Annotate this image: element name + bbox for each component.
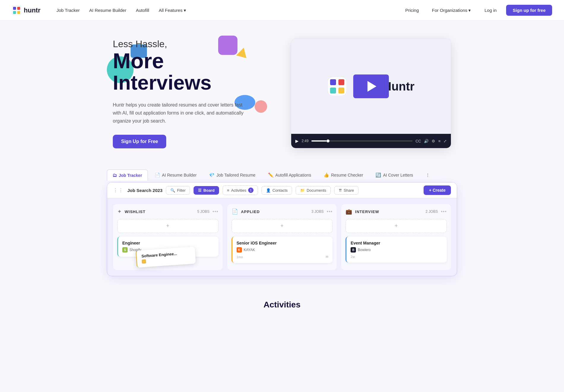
col-header-interview: 💼 INTERVIEW 2 JOBS •••	[346, 208, 447, 215]
navbar: huntr Job Tracker AI Resume Builder Auto…	[0, 0, 564, 21]
activities-button[interactable]: ≡ Activities 1	[223, 185, 258, 195]
chapters-icon[interactable]: ≡	[438, 139, 441, 143]
hero-right: Meet Huntr ▶ 2:49 CC 🔊 ⚙ ≡ ⤢	[291, 39, 451, 148]
video-progress-fill	[311, 140, 327, 142]
fullscreen-icon[interactable]: ⤢	[443, 139, 447, 143]
drag-handle-icon: ⋮⋮	[113, 188, 124, 193]
app-toolbar: ⋮⋮ Job Search 2023 🔍 Filter ☰ Board ≡ Ac…	[107, 182, 457, 198]
svg-rect-7	[338, 79, 344, 85]
logo[interactable]: huntr	[12, 6, 40, 15]
company-name-kayak: KAYAK	[244, 248, 255, 252]
tab-more[interactable]: ⋮	[420, 169, 435, 181]
interview-card-event-manager[interactable]: Event Manager B Bowlero 2w	[346, 237, 447, 263]
card-company-kayak: K KAYAK	[237, 247, 329, 253]
nav-ai-resume-builder[interactable]: AI Resume Builder	[85, 5, 131, 15]
nav-for-organizations[interactable]: For Organizations ▾	[428, 5, 475, 15]
nav-all-features[interactable]: All Features ▾	[155, 5, 190, 15]
tab-checker-label: Resume Checker	[331, 173, 363, 177]
card-title-engineer: Engineer	[122, 241, 214, 245]
kanban-col-wishlist: ✦ WISHLIST 5 JOBS ••• + Engineer S Shopi…	[113, 204, 223, 270]
tab-job-tailored-resume[interactable]: 💎 Job Tailored Resume	[203, 169, 261, 181]
wishlist-card-engineer[interactable]: Engineer S Shopify Software Enginee... ⚡	[117, 237, 218, 257]
applied-add-button[interactable]: +	[232, 219, 333, 233]
nav-autofill[interactable]: Autofill	[132, 5, 153, 15]
tab-job-tracker[interactable]: 🗂 Job Tracker	[107, 169, 148, 181]
svg-rect-3	[13, 11, 16, 14]
settings-icon[interactable]: ⚙	[432, 139, 435, 143]
wishlist-col-menu-icon[interactable]: •••	[213, 209, 218, 214]
video-main[interactable]: Meet Huntr	[291, 39, 451, 134]
nav-job-tracker[interactable]: Job Tracker	[52, 5, 84, 15]
more-tabs-icon: ⋮	[426, 173, 430, 177]
svg-rect-1	[13, 7, 16, 10]
video-progress-dot	[327, 139, 329, 142]
video-control-icons: CC 🔊 ⚙ ≡ ⤢	[416, 139, 447, 143]
company-name-bowlero: Bowlero	[358, 248, 370, 252]
signup-button[interactable]: Sign up for free	[506, 5, 552, 16]
checker-tab-icon: 👍	[324, 172, 329, 178]
wishlist-col-count: 5 JOBS	[197, 210, 210, 214]
interview-col-menu-icon[interactable]: •••	[441, 209, 447, 214]
feature-tabs: 🗂 Job Tracker 📄 AI Resume Builder 💎 Job …	[107, 169, 457, 182]
video-controls: ▶ 2:49 CC 🔊 ⚙ ≡ ⤢	[291, 134, 451, 148]
filter-button[interactable]: 🔍 Filter	[166, 186, 190, 195]
login-button[interactable]: Log in	[480, 5, 501, 15]
card-title-event-manager: Event Manager	[351, 241, 443, 245]
interview-col-icon: 💼	[346, 208, 352, 215]
card-title-senior-ios: Senior iOS Engineer	[237, 241, 329, 245]
wishlist-add-button[interactable]: +	[117, 219, 218, 233]
video-play-button[interactable]	[353, 74, 389, 98]
svg-rect-8	[330, 88, 336, 93]
kayak-logo: K	[237, 247, 242, 253]
create-button[interactable]: + Create	[424, 185, 451, 195]
video-container: Meet Huntr ▶ 2:49 CC 🔊 ⚙ ≡ ⤢	[291, 39, 451, 148]
contacts-button[interactable]: 👤 Contacts	[262, 186, 292, 195]
activities-count-badge: 1	[248, 188, 254, 193]
tab-ai-cover-letters[interactable]: 🔄 AI Cover Letters	[370, 169, 419, 181]
video-progress-bar[interactable]	[311, 140, 412, 142]
wishlist-col-title: WISHLIST	[125, 210, 194, 214]
video-play-icon[interactable]: ▶	[295, 139, 299, 143]
ai-resume-tab-icon: 📄	[155, 172, 160, 178]
hero-title: More Interviews	[113, 50, 273, 94]
tab-tailored-label: Job Tailored Resume	[216, 173, 255, 177]
interview-add-button[interactable]: +	[346, 219, 447, 233]
shopify-logo: S	[122, 247, 128, 253]
applied-card-senior-ios[interactable]: Senior iOS Engineer K KAYAK 1mo ✉	[232, 237, 333, 263]
tab-job-tracker-label: Job Tracker	[119, 173, 142, 178]
logo-text: huntr	[24, 7, 40, 14]
hero-description: Huntr helps you create tailored resumes …	[113, 101, 249, 125]
documents-icon: 📁	[300, 188, 305, 193]
activities-icon: ≡	[227, 188, 229, 193]
hero-signup-button[interactable]: Sign Up for Free	[113, 135, 166, 148]
chevron-down-icon: ▾	[468, 8, 471, 13]
board-icon: ☰	[198, 188, 202, 193]
applied-col-menu-icon[interactable]: •••	[327, 209, 333, 214]
video-time: 2:49	[302, 139, 308, 143]
volume-icon[interactable]: 🔊	[424, 139, 429, 143]
svg-rect-4	[17, 11, 20, 14]
tab-resume-checker[interactable]: 👍 Resume Checker	[318, 169, 369, 181]
card-email-icon: ✉	[326, 255, 328, 259]
tailored-tab-icon: 💎	[209, 172, 215, 178]
cc-icon[interactable]: CC	[416, 139, 421, 143]
applied-col-count: 3 JOBS	[311, 210, 324, 214]
tab-cover-letters-label: AI Cover Letters	[383, 173, 413, 177]
video-logo-icon	[328, 77, 347, 96]
job-tracker-tab-icon: 🗂	[113, 173, 117, 178]
board-button[interactable]: ☰ Board	[194, 186, 219, 195]
share-button[interactable]: ⇈ Share	[334, 186, 359, 195]
hero-left: Less Hassle, More Interviews Huntr helps…	[113, 39, 273, 148]
interview-col-title: INTERVIEW	[355, 210, 423, 214]
nav-pricing[interactable]: Pricing	[401, 5, 423, 15]
tab-ai-resume-builder[interactable]: 📄 AI Resume Builder	[149, 169, 202, 181]
documents-button[interactable]: 📁 Documents	[296, 186, 331, 195]
chevron-down-icon: ▾	[184, 8, 186, 13]
bowlero-logo: B	[351, 247, 356, 253]
tab-autofill-label: Autofill Applications	[275, 173, 311, 177]
svg-rect-2	[17, 7, 20, 10]
col-header-wishlist: ✦ WISHLIST 5 JOBS •••	[117, 208, 218, 215]
tab-autofill-applications[interactable]: ✏️ Autofill Applications	[262, 169, 317, 181]
col-header-applied: 📄 APPLIED 3 JOBS •••	[232, 208, 333, 215]
card-company-bowlero: B Bowlero	[351, 247, 443, 253]
